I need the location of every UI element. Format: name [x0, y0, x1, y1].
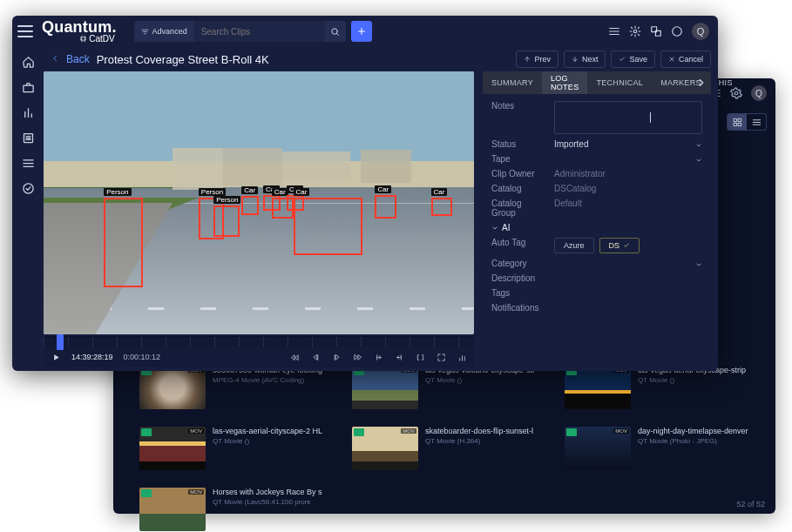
home-icon[interactable] [22, 56, 35, 69]
chevron-left-icon[interactable] [51, 54, 59, 64]
mark-in-icon[interactable] [373, 352, 383, 362]
save-button[interactable]: Save [611, 51, 655, 68]
clip-card[interactable]: MOVlas-vegas-aerial-cityscape-2 HLQT Mov… [139, 427, 331, 470]
clip-thumbnail[interactable]: MOV [352, 366, 418, 409]
clip-card[interactable]: MOVHorses with Jockeys Race By sQT Movie… [139, 488, 331, 531]
search-input[interactable] [194, 21, 325, 42]
clip-card-title: day-night-day-timelapse-denver [638, 427, 748, 435]
fullscreen-icon[interactable] [436, 352, 446, 362]
back-link[interactable]: Back [66, 53, 90, 65]
clip-format-badge: MOV [613, 428, 629, 434]
tab-his[interactable]: HIS [710, 71, 741, 94]
frame-fwd-icon[interactable] [331, 352, 342, 362]
clip-thumbnail[interactable]: MOV [139, 366, 206, 409]
detection-car: Car [375, 195, 396, 219]
clip-card[interactable]: MOVlas-vegas-volcano-cityscape-strQT Mov… [352, 366, 544, 409]
check-circle-icon[interactable] [22, 182, 35, 195]
rows-icon[interactable] [22, 157, 35, 170]
briefcase-icon[interactable] [22, 81, 35, 94]
clip-thumbnail[interactable]: MOV [352, 427, 418, 470]
clip-card-subtitle: QT Movie () [638, 376, 746, 384]
next-button[interactable]: Next [564, 51, 606, 68]
tab-log-notes[interactable]: LOG NOTES [542, 71, 588, 94]
caret-down-icon [491, 225, 498, 232]
translate-icon[interactable] [650, 25, 662, 37]
catalog-group-value: Default [554, 199, 702, 208]
svg-rect-1 [734, 118, 736, 121]
view-mode-toggle[interactable] [727, 113, 767, 131]
status-select[interactable]: Imported [554, 139, 702, 149]
label-description: Description [491, 273, 545, 283]
clip-thumbnail[interactable]: MOV [139, 427, 206, 470]
clip-title: Protest Coverage Street B-Roll 4K [97, 53, 269, 66]
clip-thumbnail[interactable]: MOV [565, 427, 631, 470]
advanced-search-button[interactable]: Advanced [134, 21, 194, 42]
clip-card-title: skateboarder-does-flip-sunset-l [425, 427, 533, 435]
svg-point-6 [633, 30, 637, 33]
clip-format-badge: MOV [401, 428, 416, 434]
clip-owner-value: Administrator [554, 169, 702, 178]
ai-section-header[interactable]: AI [491, 223, 702, 232]
tab-technical[interactable]: TECHNICAL [587, 71, 652, 94]
clip-detail-window: Quantum. CatDV Advanced [12, 16, 718, 371]
label-auto-tag: Auto Tag [491, 238, 545, 247]
autotag-azure-button[interactable]: Azure [554, 238, 594, 253]
list-view-button[interactable] [747, 114, 766, 130]
levels-icon[interactable] [457, 352, 467, 362]
mini-timeline[interactable] [44, 336, 474, 347]
svg-rect-4 [738, 123, 741, 125]
play-button[interactable] [51, 352, 61, 362]
clip-thumbnail[interactable]: MOV [565, 366, 631, 409]
cancel-button[interactable]: Cancel [660, 51, 711, 68]
mark-out-icon[interactable] [394, 352, 404, 362]
playhead-icon[interactable] [57, 334, 64, 350]
clip-card[interactable]: MOVlas-vegas-aerial-cityscape-stripQT Mo… [565, 366, 756, 409]
tabs-overflow-icon[interactable] [695, 77, 707, 89]
caret-down-icon [695, 141, 702, 151]
main-menu-button[interactable] [17, 25, 33, 37]
detection-person: Person [213, 205, 240, 237]
list-panel-icon[interactable] [22, 131, 35, 145]
frame-back-icon[interactable] [310, 352, 321, 362]
layout-icon[interactable] [608, 25, 620, 37]
label-category: Category [491, 259, 545, 268]
detail-titlebar: Back Protest Coverage Street B-Roll 4K P… [44, 47, 718, 71]
detection-car: Car [241, 196, 259, 214]
clip-card[interactable]: MOVday-night-day-timelapse-denverQT Movi… [565, 427, 756, 470]
clip-thumbnail[interactable]: MOV [139, 488, 206, 531]
video-player[interactable]: PersonPersonPersonCarCarCarCarCarCarCar [44, 71, 474, 334]
brackets-icon[interactable] [415, 352, 425, 362]
clip-card[interactable]: MOVskateboarder-does-flip-sunset-lQT Mov… [352, 427, 544, 470]
clip-card-subtitle: MPEG-4 Movie (AVC Coding) [213, 376, 322, 384]
step-fwd-icon[interactable] [352, 352, 362, 362]
label-notifications: Notifications [491, 303, 545, 313]
settings-icon[interactable] [629, 25, 641, 37]
help-icon[interactable] [671, 25, 683, 37]
svg-rect-3 [734, 123, 736, 125]
svg-point-9 [673, 27, 682, 37]
grid-view-button[interactable] [728, 114, 747, 130]
clip-card[interactable]: MOV555667559-woman-eye-lookingMPEG-4 Mov… [139, 366, 331, 409]
bar-chart-icon[interactable] [22, 106, 35, 119]
clip-status-badge [141, 489, 152, 497]
clip-card-subtitle: QT Movie () [213, 437, 322, 445]
caret-down-icon [695, 260, 702, 270]
check-icon [623, 242, 630, 249]
clip-status-badge [141, 428, 152, 436]
label-catalog-group: Catalog Group [491, 199, 545, 218]
step-back-icon[interactable] [289, 352, 300, 362]
brand-main: Quantum. [42, 20, 117, 34]
add-button[interactable] [351, 21, 372, 42]
prev-button[interactable]: Prev [516, 51, 558, 68]
app-topbar: Quantum. CatDV Advanced [12, 16, 718, 47]
label-status: Status [491, 139, 545, 149]
clip-card-subtitle: QT Movie (Lavc58.41.100 prore [213, 498, 322, 506]
search-button[interactable] [325, 21, 346, 42]
search-icon [330, 27, 340, 37]
tab-summary[interactable]: SUMMARY [483, 71, 542, 94]
notes-textarea[interactable] [554, 101, 702, 134]
metadata-tabs: SUMMARYLOG NOTESTECHNICALMARKERSHIS [483, 71, 711, 94]
user-avatar[interactable]: Q [692, 23, 709, 40]
user-avatar[interactable]: Q [751, 85, 767, 101]
autotag-ds-button[interactable]: DS [599, 238, 640, 253]
